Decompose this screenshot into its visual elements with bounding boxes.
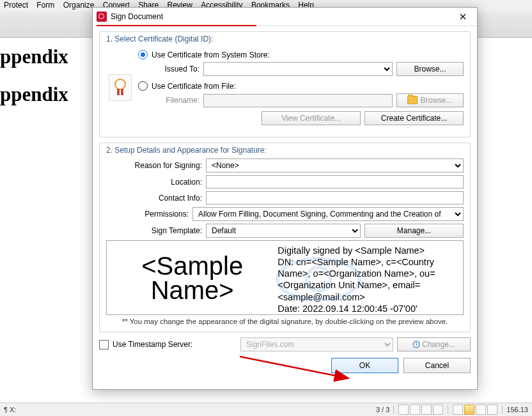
menu-form[interactable]: Form <box>36 0 61 10</box>
dialog-titlebar: Sign Document <box>93 8 477 26</box>
template-label: Sign Template: <box>106 226 206 235</box>
preview-note: ** You may change the appearance of the … <box>106 318 464 325</box>
folder-icon <box>407 96 418 104</box>
view-mode-icon[interactable] <box>433 404 443 415</box>
cancel-button[interactable]: Cancel <box>403 358 471 373</box>
layout-icon[interactable] <box>487 404 497 415</box>
reason-select[interactable]: <None> <box>206 158 464 173</box>
section-select-certificate: 1. Select Certificate (Digital ID): Use … <box>99 31 471 137</box>
change-timestamp-button: Change... <box>397 337 471 351</box>
ok-button[interactable]: OK <box>331 358 398 373</box>
layout-icon[interactable] <box>453 404 463 415</box>
dialog-title: Sign Document <box>111 12 451 21</box>
status-bar: ¶ X: 3 / 3 156.13 <box>0 403 532 416</box>
radio-system-store-label: Use Certificate from System Store: <box>152 50 270 59</box>
contact-label: Contact Info: <box>106 194 206 203</box>
document-background: ppendix ppendix <box>0 38 68 114</box>
status-xy: ¶ X: <box>4 406 16 413</box>
clock-icon <box>412 341 420 348</box>
close-icon <box>460 13 466 20</box>
browse-system-button[interactable]: Browse... <box>396 62 464 76</box>
section1-title: 1. Select Certificate (Digital ID): <box>106 35 464 43</box>
status-page: 3 / 3 <box>376 406 389 413</box>
contact-input[interactable] <box>206 191 464 204</box>
permissions-select[interactable]: Allow Form Filling, Document Signing, Co… <box>192 207 464 221</box>
section-setup-details: 2. Setup Details and Appearance for Sign… <box>99 143 471 332</box>
annotation-underline <box>97 25 256 26</box>
certificate-icon <box>109 74 132 101</box>
svg-point-1 <box>307 267 331 291</box>
filename-label: Filename: <box>138 96 203 105</box>
sign-document-dialog: Sign Document 1. Select Certificate (Dig… <box>92 7 478 390</box>
view-certificate-button: View Certificate... <box>262 111 361 125</box>
browse-file-label: Browse... <box>420 96 452 105</box>
doc-line: ppendix <box>0 76 68 114</box>
dialog-footer: OK Cancel <box>99 358 471 373</box>
location-input[interactable] <box>206 175 464 189</box>
use-timestamp-checkbox[interactable] <box>99 340 109 350</box>
location-label: Location: <box>106 178 206 187</box>
view-mode-icon[interactable] <box>410 404 420 415</box>
use-timestamp-label: Use Timestamp Server: <box>113 340 240 349</box>
svg-point-0 <box>278 259 359 300</box>
permissions-label: Permissions: <box>106 210 192 219</box>
view-mode-icon[interactable] <box>421 404 432 415</box>
filename-input <box>203 94 393 107</box>
manage-templates-button[interactable]: Manage... <box>364 224 464 238</box>
change-label: Change... <box>422 340 455 349</box>
issued-to-select[interactable] <box>203 62 393 76</box>
reason-label: Reason for Signing: <box>106 161 206 170</box>
radio-from-file[interactable] <box>138 81 148 91</box>
layout-icon[interactable] <box>464 404 474 415</box>
watermark-eye-icon <box>270 254 366 305</box>
template-select[interactable]: Default <box>206 224 361 238</box>
layout-icon[interactable] <box>476 404 486 415</box>
browse-file-button: Browse... <box>396 93 464 107</box>
menu-protect[interactable]: Protect <box>4 0 35 10</box>
timestamp-row: Use Timestamp Server: SignFiles.com Chan… <box>99 337 471 351</box>
radio-system-store[interactable] <box>138 50 148 59</box>
app-icon <box>97 12 107 22</box>
section2-title: 2. Setup Details and Appearance for Sign… <box>106 146 464 155</box>
status-zoom: 156.13 <box>506 406 528 413</box>
timestamp-server-select: SignFiles.com <box>240 337 393 351</box>
view-mode-icon[interactable] <box>398 404 409 415</box>
signature-preview[interactable]: <Sample Name> Digitally signed by <Sampl… <box>106 240 464 315</box>
radio-from-file-label: Use Certificate from File: <box>152 82 236 91</box>
issued-to-label: Issued To: <box>138 65 203 73</box>
doc-line: ppendix <box>0 38 68 76</box>
signature-name-display: <Sample Name> <box>107 241 278 314</box>
create-certificate-button[interactable]: Create Certificate... <box>364 111 464 125</box>
close-button[interactable] <box>451 9 474 24</box>
